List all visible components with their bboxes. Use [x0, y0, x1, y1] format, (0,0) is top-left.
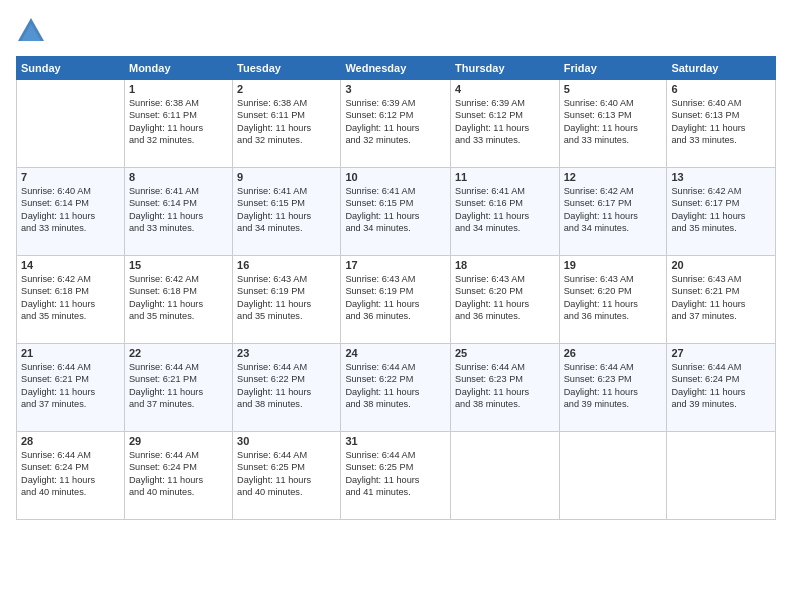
day-number: 17: [345, 259, 446, 271]
calendar-week-row: 14Sunrise: 6:42 AMSunset: 6:18 PMDayligh…: [17, 256, 776, 344]
day-number: 8: [129, 171, 228, 183]
calendar-cell: 4Sunrise: 6:39 AMSunset: 6:12 PMDaylight…: [451, 80, 560, 168]
calendar-cell: 12Sunrise: 6:42 AMSunset: 6:17 PMDayligh…: [559, 168, 667, 256]
cell-content: Sunrise: 6:44 AMSunset: 6:25 PMDaylight:…: [237, 449, 336, 499]
col-header-wednesday: Wednesday: [341, 57, 451, 80]
calendar-week-row: 1Sunrise: 6:38 AMSunset: 6:11 PMDaylight…: [17, 80, 776, 168]
calendar-cell: 5Sunrise: 6:40 AMSunset: 6:13 PMDaylight…: [559, 80, 667, 168]
day-number: 11: [455, 171, 555, 183]
day-number: 3: [345, 83, 446, 95]
cell-content: Sunrise: 6:44 AMSunset: 6:25 PMDaylight:…: [345, 449, 446, 499]
day-number: 15: [129, 259, 228, 271]
calendar-cell: 14Sunrise: 6:42 AMSunset: 6:18 PMDayligh…: [17, 256, 125, 344]
day-number: 7: [21, 171, 120, 183]
calendar-cell: 25Sunrise: 6:44 AMSunset: 6:23 PMDayligh…: [451, 344, 560, 432]
calendar-cell: 10Sunrise: 6:41 AMSunset: 6:15 PMDayligh…: [341, 168, 451, 256]
calendar-cell: 26Sunrise: 6:44 AMSunset: 6:23 PMDayligh…: [559, 344, 667, 432]
calendar-week-row: 21Sunrise: 6:44 AMSunset: 6:21 PMDayligh…: [17, 344, 776, 432]
cell-content: Sunrise: 6:44 AMSunset: 6:21 PMDaylight:…: [129, 361, 228, 411]
calendar-cell: 13Sunrise: 6:42 AMSunset: 6:17 PMDayligh…: [667, 168, 776, 256]
calendar-cell: 9Sunrise: 6:41 AMSunset: 6:15 PMDaylight…: [233, 168, 341, 256]
calendar-cell: 11Sunrise: 6:41 AMSunset: 6:16 PMDayligh…: [451, 168, 560, 256]
day-number: 21: [21, 347, 120, 359]
cell-content: Sunrise: 6:44 AMSunset: 6:24 PMDaylight:…: [129, 449, 228, 499]
day-number: 19: [564, 259, 663, 271]
day-number: 26: [564, 347, 663, 359]
cell-content: Sunrise: 6:41 AMSunset: 6:15 PMDaylight:…: [237, 185, 336, 235]
calendar-cell: 15Sunrise: 6:42 AMSunset: 6:18 PMDayligh…: [124, 256, 232, 344]
cell-content: Sunrise: 6:40 AMSunset: 6:14 PMDaylight:…: [21, 185, 120, 235]
calendar-cell: 21Sunrise: 6:44 AMSunset: 6:21 PMDayligh…: [17, 344, 125, 432]
calendar-cell: 19Sunrise: 6:43 AMSunset: 6:20 PMDayligh…: [559, 256, 667, 344]
cell-content: Sunrise: 6:41 AMSunset: 6:16 PMDaylight:…: [455, 185, 555, 235]
cell-content: Sunrise: 6:39 AMSunset: 6:12 PMDaylight:…: [345, 97, 446, 147]
calendar-cell: 22Sunrise: 6:44 AMSunset: 6:21 PMDayligh…: [124, 344, 232, 432]
calendar-cell: 23Sunrise: 6:44 AMSunset: 6:22 PMDayligh…: [233, 344, 341, 432]
calendar-cell: [667, 432, 776, 520]
cell-content: Sunrise: 6:43 AMSunset: 6:19 PMDaylight:…: [237, 273, 336, 323]
cell-content: Sunrise: 6:40 AMSunset: 6:13 PMDaylight:…: [564, 97, 663, 147]
col-header-monday: Monday: [124, 57, 232, 80]
cell-content: Sunrise: 6:40 AMSunset: 6:13 PMDaylight:…: [671, 97, 771, 147]
calendar-cell: 1Sunrise: 6:38 AMSunset: 6:11 PMDaylight…: [124, 80, 232, 168]
day-number: 25: [455, 347, 555, 359]
cell-content: Sunrise: 6:41 AMSunset: 6:14 PMDaylight:…: [129, 185, 228, 235]
calendar-cell: [451, 432, 560, 520]
day-number: 1: [129, 83, 228, 95]
logo-icon: [16, 16, 46, 46]
calendar-week-row: 7Sunrise: 6:40 AMSunset: 6:14 PMDaylight…: [17, 168, 776, 256]
cell-content: Sunrise: 6:44 AMSunset: 6:24 PMDaylight:…: [671, 361, 771, 411]
page: SundayMondayTuesdayWednesdayThursdayFrid…: [0, 0, 792, 612]
day-number: 27: [671, 347, 771, 359]
cell-content: Sunrise: 6:41 AMSunset: 6:15 PMDaylight:…: [345, 185, 446, 235]
calendar-cell: 2Sunrise: 6:38 AMSunset: 6:11 PMDaylight…: [233, 80, 341, 168]
calendar-cell: [559, 432, 667, 520]
logo: [16, 16, 50, 46]
day-number: 16: [237, 259, 336, 271]
cell-content: Sunrise: 6:38 AMSunset: 6:11 PMDaylight:…: [237, 97, 336, 147]
cell-content: Sunrise: 6:43 AMSunset: 6:20 PMDaylight:…: [564, 273, 663, 323]
day-number: 5: [564, 83, 663, 95]
cell-content: Sunrise: 6:44 AMSunset: 6:23 PMDaylight:…: [564, 361, 663, 411]
cell-content: Sunrise: 6:39 AMSunset: 6:12 PMDaylight:…: [455, 97, 555, 147]
day-number: 10: [345, 171, 446, 183]
calendar-cell: 18Sunrise: 6:43 AMSunset: 6:20 PMDayligh…: [451, 256, 560, 344]
day-number: 12: [564, 171, 663, 183]
calendar-cell: 24Sunrise: 6:44 AMSunset: 6:22 PMDayligh…: [341, 344, 451, 432]
calendar-cell: 31Sunrise: 6:44 AMSunset: 6:25 PMDayligh…: [341, 432, 451, 520]
cell-content: Sunrise: 6:42 AMSunset: 6:17 PMDaylight:…: [564, 185, 663, 235]
cell-content: Sunrise: 6:44 AMSunset: 6:23 PMDaylight:…: [455, 361, 555, 411]
calendar-cell: 7Sunrise: 6:40 AMSunset: 6:14 PMDaylight…: [17, 168, 125, 256]
day-number: 22: [129, 347, 228, 359]
cell-content: Sunrise: 6:38 AMSunset: 6:11 PMDaylight:…: [129, 97, 228, 147]
day-number: 23: [237, 347, 336, 359]
day-number: 29: [129, 435, 228, 447]
calendar-week-row: 28Sunrise: 6:44 AMSunset: 6:24 PMDayligh…: [17, 432, 776, 520]
calendar-cell: 16Sunrise: 6:43 AMSunset: 6:19 PMDayligh…: [233, 256, 341, 344]
col-header-thursday: Thursday: [451, 57, 560, 80]
calendar-header-row: SundayMondayTuesdayWednesdayThursdayFrid…: [17, 57, 776, 80]
day-number: 2: [237, 83, 336, 95]
col-header-friday: Friday: [559, 57, 667, 80]
cell-content: Sunrise: 6:43 AMSunset: 6:21 PMDaylight:…: [671, 273, 771, 323]
day-number: 4: [455, 83, 555, 95]
calendar-cell: 29Sunrise: 6:44 AMSunset: 6:24 PMDayligh…: [124, 432, 232, 520]
header: [16, 16, 776, 46]
calendar-cell: 20Sunrise: 6:43 AMSunset: 6:21 PMDayligh…: [667, 256, 776, 344]
calendar-table: SundayMondayTuesdayWednesdayThursdayFrid…: [16, 56, 776, 520]
calendar-cell: 6Sunrise: 6:40 AMSunset: 6:13 PMDaylight…: [667, 80, 776, 168]
day-number: 30: [237, 435, 336, 447]
day-number: 18: [455, 259, 555, 271]
cell-content: Sunrise: 6:42 AMSunset: 6:18 PMDaylight:…: [21, 273, 120, 323]
cell-content: Sunrise: 6:42 AMSunset: 6:17 PMDaylight:…: [671, 185, 771, 235]
day-number: 20: [671, 259, 771, 271]
cell-content: Sunrise: 6:43 AMSunset: 6:19 PMDaylight:…: [345, 273, 446, 323]
day-number: 24: [345, 347, 446, 359]
calendar-cell: 28Sunrise: 6:44 AMSunset: 6:24 PMDayligh…: [17, 432, 125, 520]
col-header-sunday: Sunday: [17, 57, 125, 80]
col-header-saturday: Saturday: [667, 57, 776, 80]
cell-content: Sunrise: 6:44 AMSunset: 6:24 PMDaylight:…: [21, 449, 120, 499]
calendar-cell: 27Sunrise: 6:44 AMSunset: 6:24 PMDayligh…: [667, 344, 776, 432]
cell-content: Sunrise: 6:42 AMSunset: 6:18 PMDaylight:…: [129, 273, 228, 323]
calendar-cell: 8Sunrise: 6:41 AMSunset: 6:14 PMDaylight…: [124, 168, 232, 256]
